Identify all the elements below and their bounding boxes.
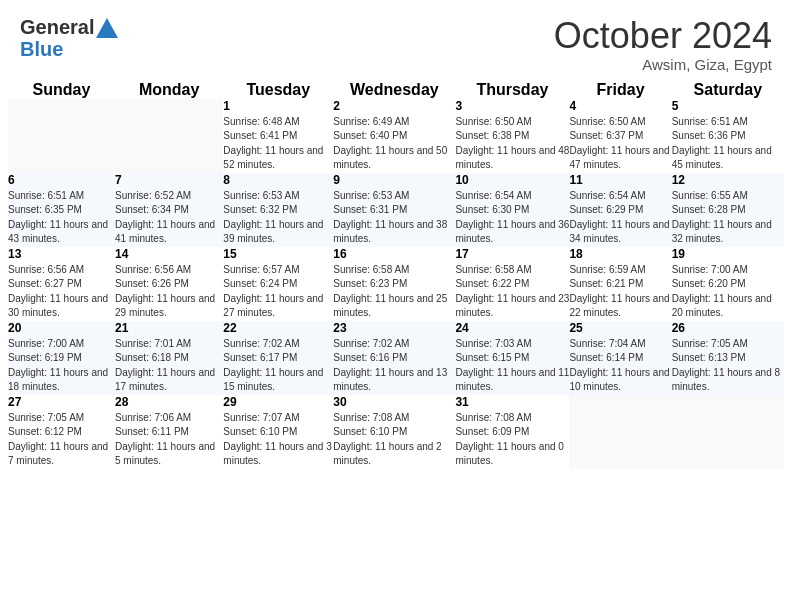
location: Awsim, Giza, Egypt: [554, 56, 772, 73]
day-info: Sunrise: 6:54 AMSunset: 6:30 PMDaylight:…: [455, 189, 569, 247]
calendar-cell: 1Sunrise: 6:48 AMSunset: 6:41 PMDaylight…: [223, 99, 333, 173]
calendar-cell: 29Sunrise: 7:07 AMSunset: 6:10 PMDayligh…: [223, 395, 333, 469]
day-number: 3: [455, 99, 569, 113]
day-number: 18: [569, 247, 671, 261]
day-info: Sunrise: 7:02 AMSunset: 6:17 PMDaylight:…: [223, 337, 333, 395]
calendar-cell: 3Sunrise: 6:50 AMSunset: 6:38 PMDaylight…: [455, 99, 569, 173]
day-info: Sunrise: 6:48 AMSunset: 6:41 PMDaylight:…: [223, 115, 333, 173]
day-info: Sunrise: 6:57 AMSunset: 6:24 PMDaylight:…: [223, 263, 333, 321]
day-number: 5: [672, 99, 784, 113]
calendar-cell: 2Sunrise: 6:49 AMSunset: 6:40 PMDaylight…: [333, 99, 455, 173]
weekday-header-friday: Friday: [569, 81, 671, 99]
day-info: Sunrise: 6:59 AMSunset: 6:21 PMDaylight:…: [569, 263, 671, 321]
day-number: 6: [8, 173, 115, 187]
calendar-cell: 14Sunrise: 6:56 AMSunset: 6:26 PMDayligh…: [115, 247, 223, 321]
calendar-cell: 19Sunrise: 7:00 AMSunset: 6:20 PMDayligh…: [672, 247, 784, 321]
day-number: 4: [569, 99, 671, 113]
weekday-header-monday: Monday: [115, 81, 223, 99]
calendar-cell: [569, 395, 671, 469]
calendar-cell: 16Sunrise: 6:58 AMSunset: 6:23 PMDayligh…: [333, 247, 455, 321]
calendar-table: SundayMondayTuesdayWednesdayThursdayFrid…: [8, 81, 784, 469]
svg-marker-0: [96, 18, 118, 38]
day-number: 27: [8, 395, 115, 409]
day-number: 10: [455, 173, 569, 187]
day-number: 28: [115, 395, 223, 409]
weekday-header-saturday: Saturday: [672, 81, 784, 99]
day-info: Sunrise: 7:08 AMSunset: 6:09 PMDaylight:…: [455, 411, 569, 469]
logo-blue: Blue: [20, 38, 118, 60]
logo-icon: [96, 18, 118, 38]
calendar-cell: 31Sunrise: 7:08 AMSunset: 6:09 PMDayligh…: [455, 395, 569, 469]
calendar-cell: 18Sunrise: 6:59 AMSunset: 6:21 PMDayligh…: [569, 247, 671, 321]
calendar-cell: 21Sunrise: 7:01 AMSunset: 6:18 PMDayligh…: [115, 321, 223, 395]
day-info: Sunrise: 6:52 AMSunset: 6:34 PMDaylight:…: [115, 189, 223, 247]
day-number: 23: [333, 321, 455, 335]
day-number: 19: [672, 247, 784, 261]
day-number: 14: [115, 247, 223, 261]
day-info: Sunrise: 7:02 AMSunset: 6:16 PMDaylight:…: [333, 337, 455, 395]
weekday-header-wednesday: Wednesday: [333, 81, 455, 99]
day-info: Sunrise: 7:07 AMSunset: 6:10 PMDaylight:…: [223, 411, 333, 469]
calendar-cell: 7Sunrise: 6:52 AMSunset: 6:34 PMDaylight…: [115, 173, 223, 247]
day-info: Sunrise: 7:06 AMSunset: 6:11 PMDaylight:…: [115, 411, 223, 469]
header: General Blue October 2024 Awsim, Giza, E…: [0, 0, 792, 81]
day-number: 7: [115, 173, 223, 187]
day-info: Sunrise: 7:00 AMSunset: 6:20 PMDaylight:…: [672, 263, 784, 321]
calendar-cell: [8, 99, 115, 173]
day-info: Sunrise: 6:50 AMSunset: 6:38 PMDaylight:…: [455, 115, 569, 173]
day-info: Sunrise: 6:58 AMSunset: 6:22 PMDaylight:…: [455, 263, 569, 321]
day-number: 21: [115, 321, 223, 335]
day-info: Sunrise: 6:53 AMSunset: 6:32 PMDaylight:…: [223, 189, 333, 247]
day-info: Sunrise: 6:53 AMSunset: 6:31 PMDaylight:…: [333, 189, 455, 247]
calendar-cell: 25Sunrise: 7:04 AMSunset: 6:14 PMDayligh…: [569, 321, 671, 395]
calendar-cell: [672, 395, 784, 469]
day-info: Sunrise: 7:05 AMSunset: 6:13 PMDaylight:…: [672, 337, 784, 395]
day-number: 29: [223, 395, 333, 409]
day-info: Sunrise: 6:58 AMSunset: 6:23 PMDaylight:…: [333, 263, 455, 321]
day-number: 1: [223, 99, 333, 113]
day-number: 8: [223, 173, 333, 187]
month-title: October 2024: [554, 16, 772, 56]
calendar-cell: 11Sunrise: 6:54 AMSunset: 6:29 PMDayligh…: [569, 173, 671, 247]
calendar-cell: 9Sunrise: 6:53 AMSunset: 6:31 PMDaylight…: [333, 173, 455, 247]
day-number: 26: [672, 321, 784, 335]
day-info: Sunrise: 7:01 AMSunset: 6:18 PMDaylight:…: [115, 337, 223, 395]
day-number: 15: [223, 247, 333, 261]
calendar-cell: 15Sunrise: 6:57 AMSunset: 6:24 PMDayligh…: [223, 247, 333, 321]
day-info: Sunrise: 6:54 AMSunset: 6:29 PMDaylight:…: [569, 189, 671, 247]
day-number: 11: [569, 173, 671, 187]
calendar-cell: 4Sunrise: 6:50 AMSunset: 6:37 PMDaylight…: [569, 99, 671, 173]
day-info: Sunrise: 7:04 AMSunset: 6:14 PMDaylight:…: [569, 337, 671, 395]
weekday-header-tuesday: Tuesday: [223, 81, 333, 99]
calendar-cell: 8Sunrise: 6:53 AMSunset: 6:32 PMDaylight…: [223, 173, 333, 247]
day-number: 22: [223, 321, 333, 335]
calendar-cell: 20Sunrise: 7:00 AMSunset: 6:19 PMDayligh…: [8, 321, 115, 395]
day-info: Sunrise: 7:08 AMSunset: 6:10 PMDaylight:…: [333, 411, 455, 469]
day-number: 20: [8, 321, 115, 335]
day-number: 12: [672, 173, 784, 187]
page: General Blue October 2024 Awsim, Giza, E…: [0, 0, 792, 612]
calendar-cell: 26Sunrise: 7:05 AMSunset: 6:13 PMDayligh…: [672, 321, 784, 395]
day-number: 16: [333, 247, 455, 261]
calendar-cell: 17Sunrise: 6:58 AMSunset: 6:22 PMDayligh…: [455, 247, 569, 321]
day-number: 25: [569, 321, 671, 335]
day-number: 31: [455, 395, 569, 409]
weekday-header-thursday: Thursday: [455, 81, 569, 99]
day-info: Sunrise: 6:51 AMSunset: 6:35 PMDaylight:…: [8, 189, 115, 247]
logo: General Blue: [20, 16, 118, 60]
calendar-cell: 6Sunrise: 6:51 AMSunset: 6:35 PMDaylight…: [8, 173, 115, 247]
day-info: Sunrise: 6:55 AMSunset: 6:28 PMDaylight:…: [672, 189, 784, 247]
day-info: Sunrise: 6:56 AMSunset: 6:26 PMDaylight:…: [115, 263, 223, 321]
day-info: Sunrise: 6:49 AMSunset: 6:40 PMDaylight:…: [333, 115, 455, 173]
calendar-cell: 24Sunrise: 7:03 AMSunset: 6:15 PMDayligh…: [455, 321, 569, 395]
day-info: Sunrise: 6:50 AMSunset: 6:37 PMDaylight:…: [569, 115, 671, 173]
day-number: 2: [333, 99, 455, 113]
calendar-cell: 28Sunrise: 7:06 AMSunset: 6:11 PMDayligh…: [115, 395, 223, 469]
day-info: Sunrise: 7:03 AMSunset: 6:15 PMDaylight:…: [455, 337, 569, 395]
calendar-cell: [115, 99, 223, 173]
day-number: 24: [455, 321, 569, 335]
weekday-header-sunday: Sunday: [8, 81, 115, 99]
calendar-cell: 5Sunrise: 6:51 AMSunset: 6:36 PMDaylight…: [672, 99, 784, 173]
day-info: Sunrise: 6:56 AMSunset: 6:27 PMDaylight:…: [8, 263, 115, 321]
logo-general: General: [20, 16, 94, 38]
